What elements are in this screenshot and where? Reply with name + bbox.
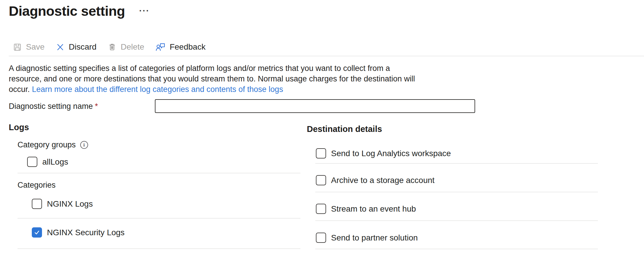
feedback-label: Feedback — [170, 42, 206, 52]
checkbox-row-alllogs[interactable]: allLogs — [27, 157, 68, 167]
checkbox-row-log-analytics[interactable]: Send to Log Analytics workspace — [316, 148, 451, 158]
alllogs-label: allLogs — [42, 157, 68, 167]
delete-icon — [108, 43, 117, 52]
event-hub-label: Stream to an event hub — [331, 204, 416, 214]
discard-icon — [56, 43, 65, 52]
page-title: Diagnostic setting — [9, 3, 125, 19]
checkbox-row-partner-solution[interactable]: Send to partner solution — [316, 233, 418, 243]
learn-more-link[interactable]: Learn more about the different log categ… — [32, 85, 283, 94]
nginx-security-logs-label: NGINX Security Logs — [47, 228, 125, 237]
nginx-logs-label: NGINX Logs — [47, 199, 93, 209]
info-icon[interactable] — [80, 141, 88, 149]
divider — [315, 192, 598, 192]
diagnostic-setting-name-label: Diagnostic setting name* — [9, 102, 98, 111]
checkbox-row-nginx-logs[interactable]: NGINX Logs — [32, 199, 93, 209]
page-description: A diagnostic setting specifies a list of… — [9, 63, 423, 95]
divider — [18, 248, 300, 249]
divider — [315, 220, 598, 221]
toolbar-divider — [9, 56, 644, 56]
delete-label: Delete — [121, 42, 144, 52]
divider — [315, 249, 598, 249]
save-button[interactable]: Save — [13, 42, 45, 52]
more-options-icon[interactable]: ··· — [139, 6, 150, 16]
log-analytics-checkbox[interactable] — [316, 148, 326, 158]
categories-label: Categories — [18, 181, 56, 190]
checkbox-row-storage-account[interactable]: Archive to a storage account — [316, 175, 435, 185]
discard-label: Discard — [69, 42, 97, 52]
nginx-logs-checkbox[interactable] — [32, 199, 42, 209]
feedback-icon — [155, 42, 166, 52]
destination-details-heading: Destination details — [307, 124, 382, 134]
name-label-text: Diagnostic setting name — [9, 102, 93, 111]
storage-account-label: Archive to a storage account — [331, 176, 435, 185]
required-asterisk: * — [95, 102, 98, 111]
diagnostic-setting-page: Diagnostic setting ··· Save Discard — [0, 0, 644, 265]
log-analytics-label: Send to Log Analytics workspace — [331, 149, 451, 158]
discard-button[interactable]: Discard — [56, 42, 97, 52]
save-icon — [13, 43, 22, 52]
feedback-button[interactable]: Feedback — [155, 42, 206, 52]
category-groups-row: Category groups — [18, 140, 88, 149]
nginx-security-logs-checkbox[interactable] — [32, 227, 42, 238]
checkbox-row-nginx-security-logs[interactable]: NGINX Security Logs — [32, 227, 125, 238]
event-hub-checkbox[interactable] — [316, 204, 326, 214]
category-groups-label: Category groups — [18, 140, 76, 149]
checkbox-row-event-hub[interactable]: Stream to an event hub — [316, 204, 416, 214]
divider — [18, 173, 300, 173]
storage-account-checkbox[interactable] — [316, 175, 326, 185]
toolbar: Save Discard Del — [13, 39, 206, 55]
partner-solution-checkbox[interactable] — [316, 233, 326, 243]
logs-heading: Logs — [9, 123, 29, 132]
delete-button[interactable]: Delete — [108, 42, 144, 52]
divider — [18, 218, 300, 219]
divider — [315, 163, 598, 164]
diagnostic-setting-name-input[interactable] — [155, 99, 475, 113]
alllogs-checkbox[interactable] — [27, 157, 37, 167]
save-label: Save — [26, 42, 45, 52]
partner-solution-label: Send to partner solution — [331, 233, 418, 243]
